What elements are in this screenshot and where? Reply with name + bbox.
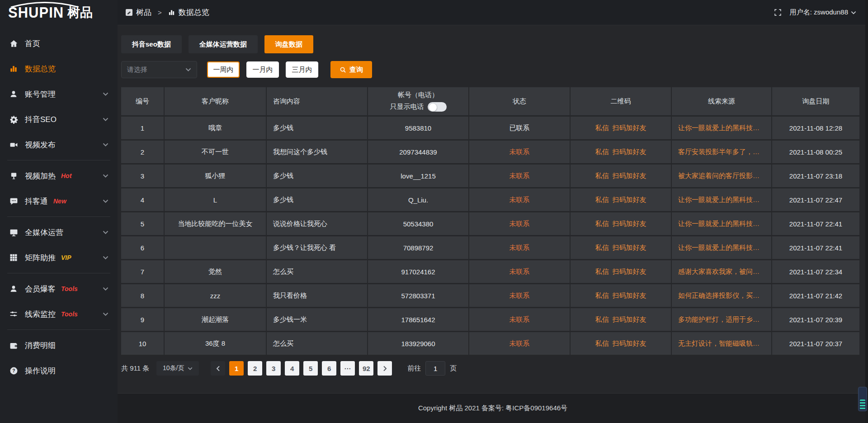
scan-add-friend-link[interactable]: 扫码加好友 bbox=[613, 291, 646, 300]
private-message-link[interactable]: 私信 bbox=[595, 220, 609, 228]
private-message-link[interactable]: 私信 bbox=[595, 339, 609, 348]
chevron-down-icon bbox=[103, 199, 108, 203]
lead-source-link[interactable]: 让你一眼就爱上的黑科技，能... bbox=[678, 244, 765, 252]
range-week-button[interactable]: 一周内 bbox=[207, 61, 240, 78]
tab-douyin-seo-data[interactable]: 抖音seo数据 bbox=[121, 35, 182, 53]
page-button-1[interactable]: 1 bbox=[229, 361, 244, 376]
lead-source-link[interactable]: 让你一眼就爱上的黑科技，能... bbox=[678, 124, 765, 132]
cell-id: 4 bbox=[121, 188, 164, 211]
topbar-right: 用户名: zswodun88 bbox=[774, 8, 856, 17]
private-message-link[interactable]: 私信 bbox=[595, 315, 609, 324]
sidebar-item-member-burst[interactable]: 会员爆客 Tools bbox=[0, 276, 118, 301]
scan-add-friend-link[interactable]: 扫码加好友 bbox=[613, 268, 646, 276]
cell-lead-source: 多功能护栏灯，适用于乡村文... bbox=[672, 308, 771, 331]
query-button[interactable]: 查询 bbox=[330, 61, 372, 78]
private-message-link[interactable]: 私信 bbox=[595, 148, 609, 156]
lead-source-link[interactable]: 感谢大家喜欢我家，被问了好... bbox=[678, 268, 765, 276]
column-header-qrcode: 二维码 bbox=[571, 87, 671, 115]
cell-lead-source: 让你一眼就爱上的黑科技，能... bbox=[672, 236, 771, 259]
breadcrumb-root[interactable]: 树品 bbox=[136, 7, 151, 18]
cell-lead-source: 感谢大家喜欢我家，被问了好... bbox=[672, 260, 771, 283]
lead-source-link[interactable]: 让你一眼就爱上的黑科技，能... bbox=[678, 220, 765, 228]
page-button-5[interactable]: 5 bbox=[303, 361, 318, 376]
cell-id: 3 bbox=[121, 164, 164, 187]
cell-status: 未联系 bbox=[469, 332, 570, 355]
column-header-nickname: 客户昵称 bbox=[165, 87, 266, 115]
lead-source-link[interactable]: 客厅安装投影半年多了，真实... bbox=[678, 148, 765, 156]
page-button-2[interactable]: 2 bbox=[248, 361, 262, 376]
scan-add-friend-link[interactable]: 扫码加好友 bbox=[613, 339, 646, 348]
private-message-link[interactable]: 私信 bbox=[595, 196, 609, 204]
scan-add-friend-link[interactable]: 扫码加好友 bbox=[613, 172, 646, 180]
scan-add-friend-link[interactable]: 扫码加好友 bbox=[613, 244, 646, 252]
sidebar-item-omni-media[interactable]: 全媒体运营 bbox=[0, 220, 118, 245]
lead-source-link[interactable]: 无主灯设计，智能磁吸轨道灯... bbox=[678, 339, 765, 348]
page-size-select[interactable]: 10条/页 bbox=[156, 361, 199, 376]
private-message-link[interactable]: 私信 bbox=[595, 172, 609, 180]
scan-add-friend-link[interactable]: 扫码加好友 bbox=[613, 148, 646, 156]
page-button-6[interactable]: 6 bbox=[322, 361, 336, 376]
range-quarter-button[interactable]: 三月内 bbox=[286, 61, 318, 78]
sidebar-item-douketong[interactable]: 抖客通 New bbox=[0, 188, 118, 214]
sidebar-item-douyin-seo[interactable]: 抖音SEO bbox=[0, 107, 118, 132]
tab-inquiry-data[interactable]: 询盘数据 bbox=[264, 35, 313, 53]
page-button-3[interactable]: 3 bbox=[266, 361, 281, 376]
pagination: 共 911 条 10条/页 1 2 3 4 5 6 ··· 92 前往 页 bbox=[121, 361, 859, 376]
chevron-down-icon bbox=[103, 256, 108, 259]
cell-lead-source: 如何正确选择投影仪，买投影... bbox=[672, 284, 771, 307]
sidebar-item-account-management[interactable]: 账号管理 bbox=[0, 81, 118, 107]
wallet-icon bbox=[9, 341, 18, 350]
page-button-92[interactable]: 92 bbox=[359, 361, 373, 376]
private-message-link[interactable]: 私信 bbox=[595, 268, 609, 276]
scan-add-friend-link[interactable]: 扫码加好友 bbox=[613, 196, 646, 204]
page-ellipsis-button[interactable]: ··· bbox=[340, 361, 355, 376]
cell-account: 50534380 bbox=[368, 212, 468, 235]
sidebar-item-video-heat[interactable]: 视频加热 Hot bbox=[0, 163, 118, 188]
lead-source-link[interactable]: 多功能护栏灯，适用于乡村文... bbox=[678, 315, 765, 324]
search-icon bbox=[340, 66, 346, 73]
sidebar-item-matrix-boost[interactable]: 矩阵助推 VIP bbox=[0, 245, 118, 270]
bar-chart-icon bbox=[168, 9, 175, 16]
chevron-down-icon bbox=[103, 143, 108, 146]
cell-nickname: 潮起潮落 bbox=[165, 308, 266, 331]
cell-nickname: L bbox=[165, 188, 266, 211]
sidebar-item-label: 抖音SEO bbox=[25, 114, 57, 125]
range-month-button[interactable]: 一月内 bbox=[246, 61, 279, 78]
sidebar-item-video-publish[interactable]: 视频发布 bbox=[0, 132, 118, 157]
tab-omni-media-data[interactable]: 全媒体运营数据 bbox=[189, 35, 258, 53]
fullscreen-icon[interactable] bbox=[774, 9, 782, 16]
private-message-link[interactable]: 私信 bbox=[595, 291, 609, 300]
account-select[interactable]: 请选择 bbox=[121, 61, 197, 78]
phone-only-toggle[interactable] bbox=[428, 102, 447, 112]
user-menu[interactable]: 用户名: zswodun88 bbox=[790, 8, 856, 17]
account-phone-title: 帐号（电话） bbox=[398, 91, 439, 99]
floating-widget[interactable] bbox=[858, 387, 867, 411]
prev-page-button[interactable] bbox=[211, 361, 225, 376]
scan-add-friend-link[interactable]: 扫码加好友 bbox=[613, 124, 646, 132]
sidebar-item-home[interactable]: 首页 bbox=[0, 31, 118, 56]
sidebar-item-instructions[interactable]: ? 操作说明 bbox=[0, 358, 118, 383]
sidebar-item-data-overview[interactable]: 数据总览 bbox=[0, 56, 118, 81]
lead-source-link[interactable]: 如何正确选择投影仪，买投影... bbox=[678, 291, 765, 300]
new-badge: New bbox=[53, 197, 66, 205]
cell-qrcode: 私信扫码加好友 bbox=[571, 308, 671, 331]
private-message-link[interactable]: 私信 bbox=[595, 124, 609, 132]
cell-account: 917024162 bbox=[368, 260, 468, 283]
scan-add-friend-link[interactable]: 扫码加好友 bbox=[613, 220, 646, 228]
goto-page: 前往 页 bbox=[407, 361, 457, 376]
sidebar-item-consumption-detail[interactable]: 消费明细 bbox=[0, 333, 118, 358]
cell-inquiry: 我想问这个多少钱 bbox=[267, 141, 367, 163]
bar-chart-icon bbox=[9, 64, 18, 73]
next-page-button[interactable] bbox=[377, 361, 392, 376]
goto-page-input[interactable] bbox=[425, 361, 445, 376]
cell-account: 9583810 bbox=[368, 117, 468, 139]
sidebar-item-lead-monitor[interactable]: 线索监控 Tools bbox=[0, 301, 118, 327]
lead-source-link[interactable]: 被大家追着问的客厅投影分享... bbox=[678, 172, 765, 180]
private-message-link[interactable]: 私信 bbox=[595, 244, 609, 252]
page-button-4[interactable]: 4 bbox=[285, 361, 299, 376]
chevron-down-icon bbox=[103, 118, 108, 121]
scan-add-friend-link[interactable]: 扫码加好友 bbox=[613, 315, 646, 324]
lead-source-link[interactable]: 让你一眼就爱上的黑科技，能... bbox=[678, 196, 765, 204]
scrollbar-track[interactable] bbox=[865, 0, 868, 423]
cell-qrcode: 私信扫码加好友 bbox=[571, 117, 671, 139]
